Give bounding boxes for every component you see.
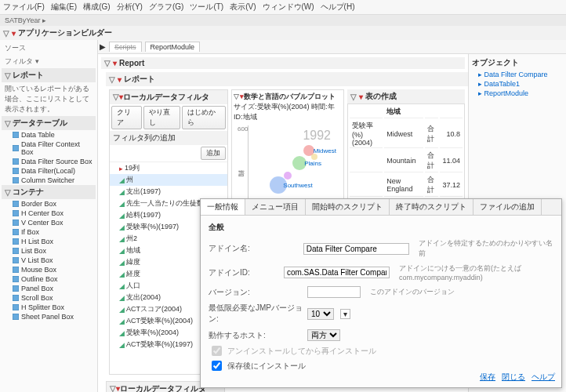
menu-item[interactable]: 編集(E) <box>51 2 77 13</box>
svg-rect-5 <box>13 201 19 207</box>
svg-rect-7 <box>13 220 19 226</box>
table-row: New England合計37.12 <box>350 174 463 197</box>
svg-rect-8 <box>13 229 19 235</box>
left-sidebar: ソース フィルタ ▾ ▽レポート 開いているレポートがある場合、ここにリストとし… <box>0 40 98 392</box>
red-triangle-icon[interactable]: ▾ <box>12 29 16 38</box>
undo-button[interactable]: やり直し <box>143 106 180 129</box>
svg-rect-0 <box>13 132 19 138</box>
reports-header[interactable]: ▽レポート <box>2 68 96 82</box>
object-item[interactable]: ▸ ReportModule <box>470 89 564 98</box>
addin-id-input[interactable] <box>284 267 390 278</box>
help-button[interactable]: ヘルプ <box>532 372 555 383</box>
min-jmp-select[interactable]: 10 <box>307 308 334 320</box>
dialog-tab[interactable]: 一般情報 <box>201 199 245 215</box>
objects-header: オブジェクト <box>470 56 564 70</box>
container-item[interactable]: Sheet Panel Box <box>2 312 96 321</box>
host-select[interactable]: 両方 <box>307 329 340 341</box>
menu-item[interactable]: 構成(G) <box>83 2 110 13</box>
object-item[interactable]: ▸ DataTable1 <box>470 79 564 89</box>
datatable-item[interactable]: Data Filter(Local) <box>2 166 96 176</box>
disclose-icon[interactable]: ▽ <box>3 29 9 38</box>
filter-cols-title: フィルタ列の追加 <box>110 131 227 145</box>
datatable-item[interactable]: Data Filter Context Box <box>2 140 96 157</box>
svg-rect-11 <box>13 257 19 263</box>
run-icon[interactable]: ▶ <box>100 42 106 51</box>
svg-rect-10 <box>13 248 19 254</box>
reports-note: 開いているレポートがある場合、ここにリストとして表示されます。 <box>2 82 96 116</box>
svg-rect-1 <box>13 145 19 151</box>
close-button[interactable]: 閉じる <box>502 372 525 383</box>
document-tab[interactable]: SATByYear ▸ <box>0 15 566 26</box>
svg-rect-3 <box>13 168 19 174</box>
container-item[interactable]: H Center Box <box>2 209 96 218</box>
year-label: 1992 <box>303 129 331 143</box>
menu-item[interactable]: 表示(V) <box>230 2 256 13</box>
add-button[interactable]: 追加 <box>201 147 226 160</box>
container-item[interactable]: Border Box <box>2 199 96 209</box>
restart-button[interactable]: はじめから <box>182 106 226 129</box>
container-item[interactable]: V Center Box <box>2 218 96 227</box>
menu-item[interactable]: グラフ(G) <box>149 2 183 13</box>
datatable-item[interactable]: Data Table <box>2 130 96 140</box>
save-button[interactable]: 保存 <box>480 372 495 383</box>
menubar[interactable]: ファイル(F)編集(E)構成(G)分析(Y)グラフ(G)ツール(T)表示(V)ウ… <box>0 0 566 15</box>
app-builder-title: ▽ ▾ アプリケーションビルダー <box>0 26 566 40</box>
datatable-item[interactable]: Data Filter Source Box <box>2 157 96 166</box>
addin-dialog: 一般情報メニュー項目開始時のスクリプト終了時のスクリプトファイルの追加 全般 ア… <box>200 198 562 388</box>
dialog-section: 全般 <box>209 222 553 236</box>
object-item[interactable]: ▸ Data Filter Compare <box>470 70 564 79</box>
menu-item[interactable]: 分析(Y) <box>117 2 143 13</box>
table-row: 受験率(%)(2004)Midwest合計10.8 <box>350 120 463 148</box>
col-count: 19列 <box>125 163 140 173</box>
container-item[interactable]: Scroll Box <box>2 293 96 303</box>
sub-report-label: レポート <box>124 74 155 85</box>
container-item[interactable]: Panel Box <box>2 284 96 293</box>
report-label: Report <box>119 59 144 67</box>
svg-rect-4 <box>13 177 19 183</box>
clear-button[interactable]: クリア <box>111 106 142 129</box>
svg-rect-9 <box>13 238 19 245</box>
scripts-tab[interactable]: Scripts <box>109 42 142 52</box>
menu-item[interactable]: ツール(T) <box>190 2 223 13</box>
table-title: 表の作成 <box>365 91 397 102</box>
dialog-tab[interactable]: 終了時のスクリプト <box>390 199 473 215</box>
dialog-tab[interactable]: 開始時のスクリプト <box>306 199 390 215</box>
svg-rect-6 <box>13 210 19 216</box>
container-item[interactable]: List Box <box>2 246 96 256</box>
container-item[interactable]: Outline Box <box>2 274 96 284</box>
svg-rect-14 <box>13 285 19 292</box>
container-item[interactable]: H Splitter Box <box>2 303 96 312</box>
dialog-tabs: 一般情報メニュー項目開始時のスクリプト終了時のスクリプトファイルの追加 <box>201 199 561 216</box>
addin-version-input[interactable] <box>307 286 361 298</box>
reportmodule-tab[interactable]: ReportModule <box>145 42 201 52</box>
svg-rect-13 <box>13 276 19 282</box>
svg-rect-16 <box>13 304 19 310</box>
reinstall-checkbox: アンインストールしてから再インストール <box>209 343 553 358</box>
table-row: Mountain合計11.04 <box>350 150 463 172</box>
svg-rect-17 <box>13 314 19 320</box>
datatable-item[interactable]: Column Switcher <box>2 176 96 185</box>
container-item[interactable]: V List Box <box>2 256 96 265</box>
svg-rect-15 <box>13 295 19 301</box>
svg-rect-2 <box>13 158 19 165</box>
datatables-header[interactable]: ▽データテーブル <box>2 116 96 130</box>
dialog-tab[interactable]: ファイルの追加 <box>473 199 542 215</box>
menu-item[interactable]: ウィンドウ(W) <box>263 2 314 13</box>
containers-header[interactable]: ▽コンテナ <box>2 185 96 199</box>
container-item[interactable]: Mouse Box <box>2 265 96 274</box>
source-label: ソース <box>2 42 96 55</box>
svg-rect-12 <box>13 267 19 273</box>
container-item[interactable]: If Box <box>2 227 96 237</box>
column-item[interactable]: ◢州 <box>110 174 227 186</box>
container-item[interactable]: H List Box <box>2 237 96 246</box>
module-tabs: ▶ Scripts ReportModule <box>98 40 566 54</box>
filter-label[interactable]: フィルタ ▾ <box>2 55 96 68</box>
dialog-tab[interactable]: メニュー項目 <box>245 199 306 215</box>
menu-item[interactable]: ファイル(F) <box>3 2 45 13</box>
menu-item[interactable]: ヘルプ(H) <box>321 2 355 13</box>
addin-name-input[interactable] <box>303 243 409 255</box>
column-item[interactable]: ◢支出(1997) <box>110 186 227 198</box>
